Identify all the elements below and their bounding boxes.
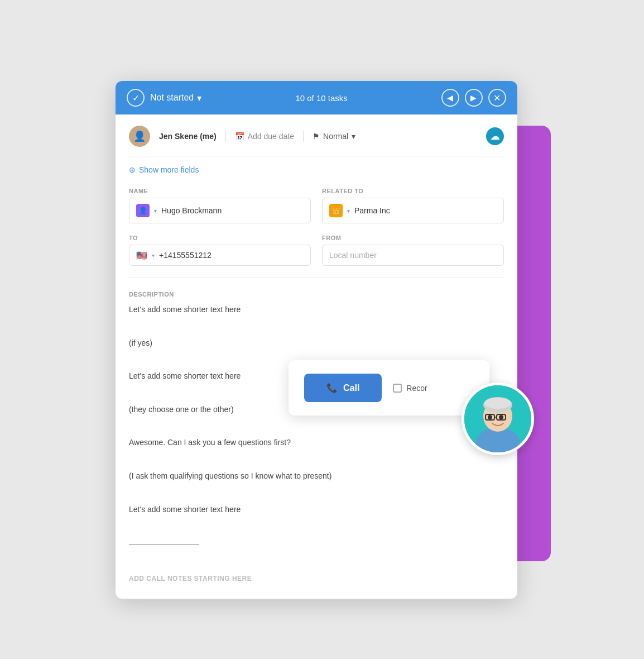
description-text: Let's add some shorter text here (if yes…	[129, 303, 504, 584]
meta-divider	[225, 131, 226, 142]
name-input[interactable]: 👤 ▾ Hugo Brockmann	[129, 198, 311, 223]
section-divider	[129, 277, 504, 278]
user-avatar: 👤	[129, 126, 150, 147]
name-field-group: NAME 👤 ▾ Hugo Brockmann	[129, 188, 311, 223]
user-name: Jen Skene (me)	[159, 132, 217, 141]
header-right: ◀ ▶ ✕	[441, 89, 506, 107]
to-input[interactable]: 🇺🇸 ▾ +14155551212	[129, 245, 311, 266]
from-input[interactable]: Local number	[322, 245, 504, 266]
company-icon: 👑	[329, 204, 343, 217]
call-button[interactable]: 📞 Call	[304, 374, 382, 402]
us-flag-icon: 🇺🇸	[136, 251, 147, 259]
priority-dropdown-icon: ▾	[352, 132, 355, 141]
agent-avatar-image	[464, 385, 531, 452]
show-more-plus-icon: ⊕	[129, 165, 136, 174]
related-field-group: RELATED TO 👑 ▾ Parma Inc	[322, 188, 504, 223]
prev-button[interactable]: ◀	[441, 89, 459, 107]
svg-point-9	[499, 415, 503, 419]
meta-row: 👤 Jen Skene (me) 📅 Add due date ⚑ Normal…	[129, 126, 504, 156]
related-chevron-icon: ▾	[347, 208, 350, 214]
record-row: Recor	[393, 384, 427, 393]
check-circle-icon[interactable]: ✓	[127, 89, 145, 107]
close-button[interactable]: ✕	[488, 89, 506, 107]
related-label: RELATED TO	[322, 188, 504, 194]
next-button[interactable]: ▶	[465, 89, 483, 107]
to-label: TO	[129, 235, 311, 241]
to-field-group: TO 🇺🇸 ▾ +14155551212	[129, 235, 311, 266]
status-button[interactable]: Not started ▾	[150, 93, 201, 103]
svg-point-4	[484, 398, 511, 409]
related-input[interactable]: 👑 ▾ Parma Inc	[322, 198, 504, 223]
salesforce-icon[interactable]: ☁	[486, 127, 504, 145]
main-task-card: ✓ Not started ▾ 10 of 10 tasks ◀ ▶ ✕	[116, 81, 517, 599]
meta-divider-2	[303, 131, 304, 142]
form-row-2: TO 🇺🇸 ▾ +14155551212 FROM Local number	[129, 235, 504, 266]
to-chevron-icon: ▾	[152, 252, 155, 259]
description-label: DESCRIPTION	[129, 291, 504, 298]
priority-button[interactable]: ⚑ Normal ▾	[313, 132, 355, 141]
record-label: Recor	[406, 384, 427, 393]
tasks-counter: 10 of 10 tasks	[295, 93, 347, 103]
contact-icon: 👤	[136, 204, 150, 217]
svg-point-8	[488, 415, 492, 419]
name-chevron-icon: ▾	[154, 208, 157, 214]
record-checkbox[interactable]	[393, 384, 402, 393]
flag-icon: ⚑	[313, 132, 320, 141]
call-popup: 📞 Call Recor	[289, 360, 489, 416]
from-field-group: FROM Local number	[322, 235, 504, 266]
phone-icon: 📞	[326, 383, 338, 393]
form-row-1: NAME 👤 ▾ Hugo Brockmann RELATED TO 👑 ▾ P…	[129, 188, 504, 223]
from-label: FROM	[322, 235, 504, 241]
show-more-fields-button[interactable]: ⊕ Show more fields	[129, 165, 199, 174]
name-label: NAME	[129, 188, 311, 194]
description-section: DESCRIPTION Let's add some shorter text …	[129, 289, 504, 584]
due-date-button[interactable]: 📅 Add due date	[235, 132, 294, 141]
calendar-icon: 📅	[235, 132, 244, 141]
card-header: ✓ Not started ▾ 10 of 10 tasks ◀ ▶ ✕	[116, 81, 517, 114]
header-left: ✓ Not started ▾	[127, 89, 201, 107]
card-body: 👤 Jen Skene (me) 📅 Add due date ⚑ Normal…	[116, 114, 517, 599]
agent-avatar-circle	[462, 383, 534, 455]
